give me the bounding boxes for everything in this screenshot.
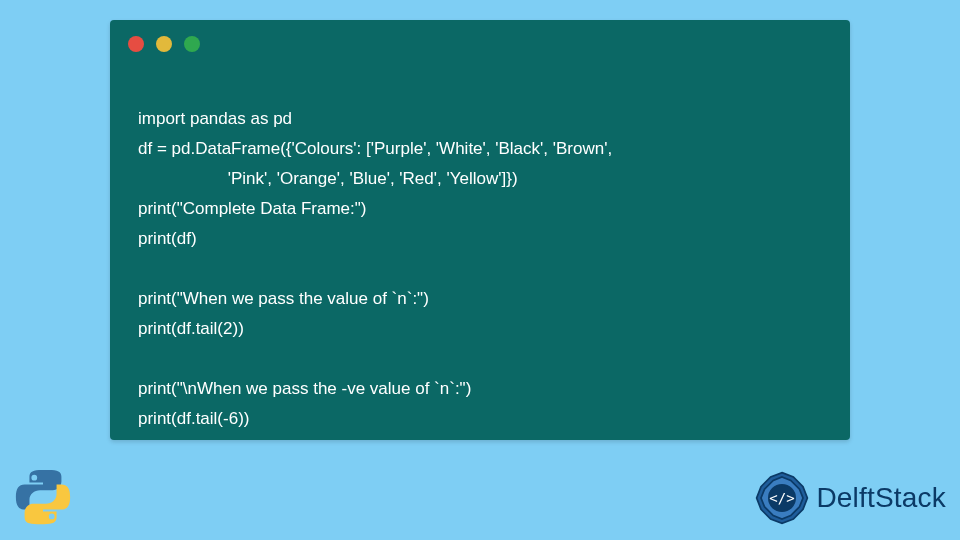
code-line: import pandas as pd bbox=[138, 109, 292, 128]
minimize-icon bbox=[156, 36, 172, 52]
brand-text: DelftStack bbox=[816, 482, 946, 514]
code-line: print(df) bbox=[138, 229, 197, 248]
gear-icon: </> bbox=[754, 470, 810, 526]
code-line: df = pd.DataFrame({'Colours': ['Purple',… bbox=[138, 139, 612, 158]
code-window: import pandas as pd df = pd.DataFrame({'… bbox=[110, 20, 850, 440]
code-line: print("\nWhen we pass the -ve value of `… bbox=[138, 379, 471, 398]
window-traffic-lights bbox=[128, 36, 200, 52]
code-line: 'Pink', 'Orange', 'Blue', 'Red', 'Yellow… bbox=[138, 169, 518, 188]
close-icon bbox=[128, 36, 144, 52]
code-line: print(df.tail(2)) bbox=[138, 319, 244, 338]
python-icon bbox=[12, 466, 74, 528]
code-line: print("Complete Data Frame:") bbox=[138, 199, 366, 218]
stage: import pandas as pd df = pd.DataFrame({'… bbox=[0, 0, 960, 540]
svg-text:</>: </> bbox=[770, 490, 795, 506]
code-line: print("When we pass the value of `n`:") bbox=[138, 289, 429, 308]
delftstack-branding: </> DelftStack bbox=[754, 470, 946, 526]
code-line: print(df.tail(-6)) bbox=[138, 409, 249, 428]
maximize-icon bbox=[184, 36, 200, 52]
code-block: import pandas as pd df = pd.DataFrame({'… bbox=[138, 74, 822, 464]
